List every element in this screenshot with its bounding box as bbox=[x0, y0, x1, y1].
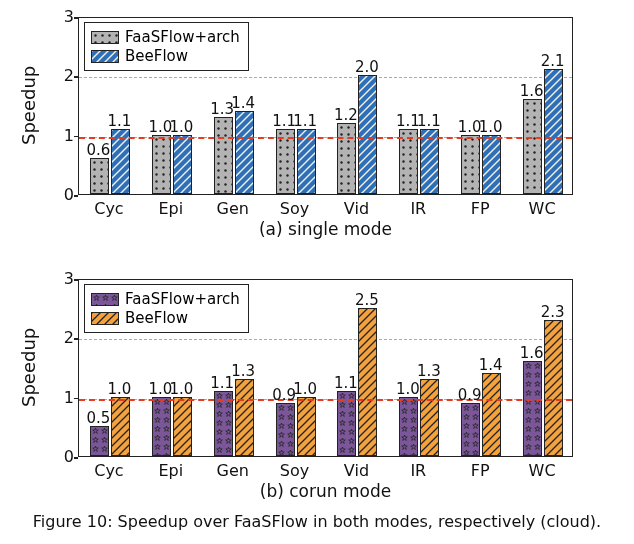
y-tick-mark bbox=[74, 17, 78, 19]
legend-label: FaaSFlow+arch bbox=[125, 28, 240, 46]
y-tick-label: 1 bbox=[50, 126, 74, 145]
bar-beeflow bbox=[420, 379, 439, 456]
x-category-label: Gen bbox=[216, 199, 248, 218]
bar-value-label: 2.5 bbox=[355, 291, 379, 309]
bar-beeflow bbox=[358, 308, 377, 456]
bar-value-label: 1.1 bbox=[293, 112, 317, 130]
bar-faasflow-arch bbox=[461, 135, 480, 194]
reference-line bbox=[79, 137, 572, 139]
bar-value-label: 1.2 bbox=[334, 106, 358, 124]
bar-faasflow-arch bbox=[214, 117, 233, 194]
legend-label: BeeFlow bbox=[125, 47, 188, 65]
bar-value-label: 0.6 bbox=[87, 141, 111, 159]
y-tick-label: 2 bbox=[50, 328, 74, 347]
y-axis-label: Speedup bbox=[18, 387, 39, 407]
legend-item: FaaSFlow+arch bbox=[91, 290, 240, 308]
bar-beeflow bbox=[482, 135, 501, 194]
bar-beeflow bbox=[544, 69, 563, 194]
bar-beeflow bbox=[235, 379, 254, 456]
y-tick-label: 2 bbox=[50, 66, 74, 85]
bar-faasflow-arch bbox=[90, 158, 109, 194]
bar-value-label: 1.3 bbox=[231, 362, 255, 380]
legend-swatch bbox=[91, 312, 119, 325]
legend-item: BeeFlow bbox=[91, 309, 240, 327]
x-category-label: Cyc bbox=[94, 461, 123, 480]
bar-value-label: 1.3 bbox=[417, 362, 441, 380]
bar-value-label: 1.0 bbox=[108, 380, 132, 398]
x-category-label: IR bbox=[410, 461, 426, 480]
bar-value-label: 1.0 bbox=[479, 118, 503, 136]
y-tick-mark bbox=[74, 76, 78, 78]
x-category-label: Cyc bbox=[94, 199, 123, 218]
x-category-label: Gen bbox=[216, 461, 248, 480]
bar-beeflow bbox=[111, 397, 130, 456]
panel-subtitle: (a) single mode bbox=[78, 219, 573, 239]
bar-faasflow-arch bbox=[461, 403, 480, 456]
y-tick-mark bbox=[74, 338, 78, 340]
bar-value-label: 2.1 bbox=[541, 52, 565, 70]
x-category-label: Epi bbox=[158, 461, 183, 480]
legend-swatch bbox=[91, 31, 119, 44]
bar-faasflow-arch bbox=[152, 397, 171, 456]
x-category-label: Vid bbox=[344, 461, 369, 480]
bar-beeflow bbox=[173, 397, 192, 456]
legend: FaaSFlow+archBeeFlow bbox=[84, 22, 249, 71]
gridline bbox=[79, 77, 572, 78]
bar-value-label: 1.6 bbox=[520, 82, 544, 100]
bar-value-label: 1.0 bbox=[396, 380, 420, 398]
bar-value-label: 1.1 bbox=[334, 374, 358, 392]
y-tick-label: 0 bbox=[50, 185, 74, 204]
y-tick-mark bbox=[74, 195, 78, 197]
x-category-label: FP bbox=[471, 461, 490, 480]
bar-value-label: 0.9 bbox=[458, 386, 482, 404]
bar-value-label: 1.6 bbox=[520, 344, 544, 362]
y-tick-mark bbox=[74, 457, 78, 459]
legend-swatch bbox=[91, 50, 119, 63]
y-axis-label: Speedup bbox=[18, 125, 39, 145]
y-tick-label: 3 bbox=[50, 7, 74, 26]
y-tick-mark bbox=[74, 398, 78, 400]
x-category-label: WC bbox=[529, 461, 556, 480]
panel-subtitle: (b) corun mode bbox=[78, 481, 573, 501]
legend-label: BeeFlow bbox=[125, 309, 188, 327]
legend-item: BeeFlow bbox=[91, 47, 240, 65]
legend-swatch bbox=[91, 293, 119, 306]
y-tick-label: 1 bbox=[50, 388, 74, 407]
legend-item: FaaSFlow+arch bbox=[91, 28, 240, 46]
bar-beeflow bbox=[544, 320, 563, 456]
y-tick-mark bbox=[74, 136, 78, 138]
y-tick-mark bbox=[74, 279, 78, 281]
x-category-label: Soy bbox=[280, 461, 309, 480]
bar-faasflow-arch bbox=[337, 123, 356, 194]
bar-faasflow-arch bbox=[523, 99, 542, 194]
y-tick-label: 0 bbox=[50, 447, 74, 466]
x-category-label: Epi bbox=[158, 199, 183, 218]
bar-value-label: 1.0 bbox=[169, 380, 193, 398]
bar-value-label: 2.0 bbox=[355, 58, 379, 76]
bar-faasflow-arch bbox=[90, 426, 109, 456]
x-category-label: Soy bbox=[280, 199, 309, 218]
x-category-label: Vid bbox=[344, 199, 369, 218]
bar-faasflow-arch bbox=[399, 397, 418, 456]
legend-label: FaaSFlow+arch bbox=[125, 290, 240, 308]
bar-value-label: 1.1 bbox=[108, 112, 132, 130]
gridline bbox=[79, 339, 572, 340]
bar-value-label: 1.0 bbox=[169, 118, 193, 136]
bar-beeflow bbox=[482, 373, 501, 456]
bar-value-label: 1.0 bbox=[293, 380, 317, 398]
bar-beeflow bbox=[297, 397, 316, 456]
y-tick-label: 3 bbox=[50, 269, 74, 288]
bar-value-label: 2.3 bbox=[541, 303, 565, 321]
bar-beeflow bbox=[235, 111, 254, 194]
bar-beeflow bbox=[173, 135, 192, 194]
bar-faasflow-arch bbox=[523, 361, 542, 456]
bar-faasflow-arch bbox=[276, 403, 295, 456]
figure-caption: Figure 10: Speedup over FaaSFlow in both… bbox=[0, 512, 634, 531]
bar-value-label: 1.4 bbox=[479, 356, 503, 374]
legend: FaaSFlow+archBeeFlow bbox=[84, 284, 249, 333]
bar-value-label: 1.1 bbox=[417, 112, 441, 130]
x-category-label: IR bbox=[410, 199, 426, 218]
figure-container: 0123Speedup0.61.1Cyc1.01.0Epi1.31.4Gen1.… bbox=[0, 0, 634, 544]
bar-value-label: 0.5 bbox=[87, 409, 111, 427]
x-category-label: WC bbox=[529, 199, 556, 218]
